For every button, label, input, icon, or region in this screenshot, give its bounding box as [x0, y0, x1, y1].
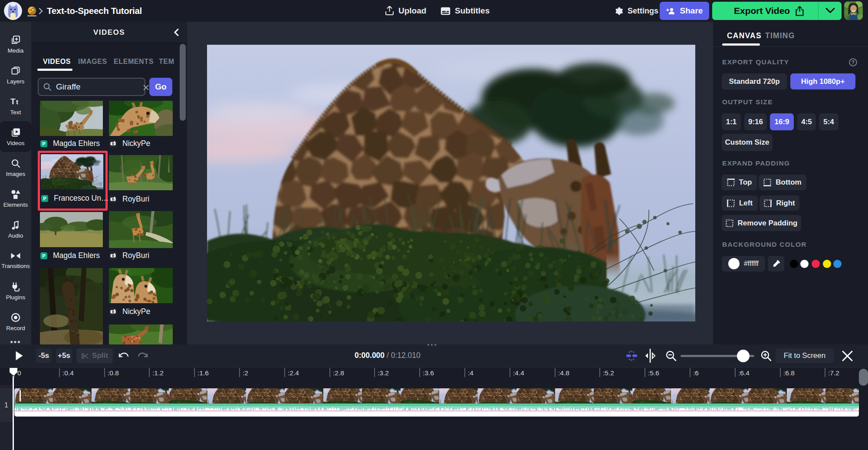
svg-text:?: ? — [852, 60, 855, 66]
svg-text:t: t — [16, 98, 18, 106]
svg-text:T: T — [10, 97, 16, 106]
